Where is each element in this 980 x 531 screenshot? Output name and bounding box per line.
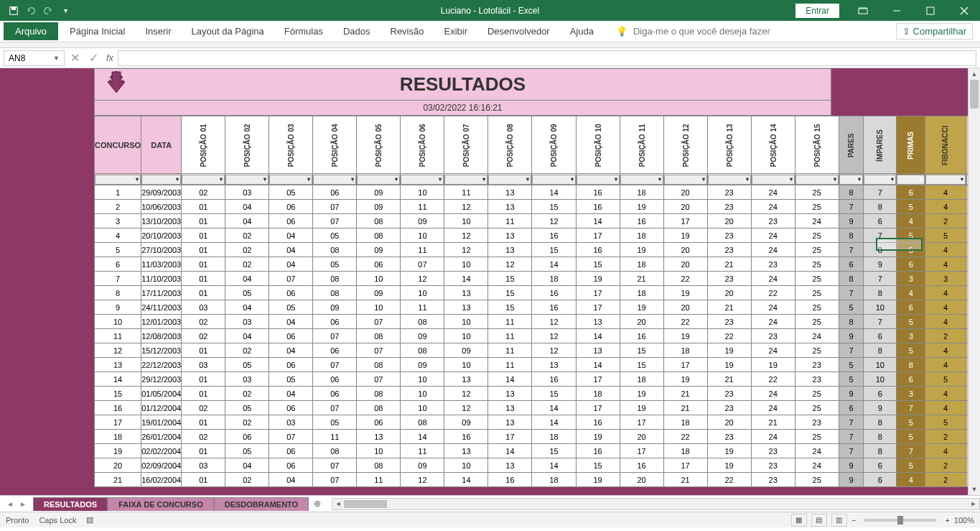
cell-pos[interactable]: 20 bbox=[620, 473, 663, 487]
cell-pos[interactable]: 23 bbox=[795, 415, 839, 430]
cell-pos[interactable]: 09 bbox=[401, 358, 444, 372]
cell-stat[interactable]: 8 bbox=[839, 315, 864, 329]
cell-pos[interactable]: 13 bbox=[444, 300, 488, 315]
cell-concurso[interactable]: 12 bbox=[95, 343, 141, 358]
cell-concurso[interactable]: 10 bbox=[95, 315, 141, 329]
cell-pos[interactable]: 20 bbox=[707, 286, 751, 300]
cell-stat[interactable]: 6 bbox=[897, 300, 925, 315]
scroll-down-icon[interactable]: ▼ bbox=[969, 484, 980, 495]
cell-pos[interactable]: 08 bbox=[357, 458, 401, 473]
cell-pos[interactable]: 14 bbox=[532, 257, 576, 272]
cell-pos[interactable]: 19 bbox=[576, 430, 620, 444]
cell-stat[interactable]: 2 bbox=[925, 329, 966, 343]
filter-button[interactable]: ▾ bbox=[488, 175, 531, 185]
cell-pos[interactable]: 15 bbox=[576, 257, 620, 272]
cell-pos[interactable]: 01 bbox=[182, 444, 225, 458]
cell-pos[interactable]: 25 bbox=[795, 473, 839, 487]
cell-pos[interactable]: 11 bbox=[488, 358, 532, 372]
filter-button[interactable]: ▾ bbox=[532, 175, 575, 185]
scroll-left-icon[interactable]: ◄ bbox=[332, 499, 344, 509]
cell-pos[interactable]: 20 bbox=[620, 315, 663, 329]
cell-pos[interactable]: 05 bbox=[269, 372, 313, 387]
cell-pos[interactable]: 19 bbox=[707, 343, 751, 358]
cell-pos[interactable]: 01 bbox=[182, 343, 225, 358]
tab-revisao[interactable]: Revisão bbox=[382, 22, 433, 40]
cell-pos[interactable]: 13 bbox=[488, 415, 532, 430]
cell-stat[interactable]: 10 bbox=[864, 372, 897, 387]
cell-pos[interactable]: 03 bbox=[182, 358, 225, 372]
cell-pos[interactable]: 13 bbox=[576, 343, 620, 358]
cell-pos[interactable]: 10 bbox=[401, 387, 444, 401]
cell-pos[interactable]: 02 bbox=[225, 228, 269, 243]
cell-stat[interactable]: 7 bbox=[864, 315, 897, 329]
minimize-icon[interactable] bbox=[880, 0, 913, 21]
cell-data[interactable]: 16/02/2004 bbox=[141, 473, 182, 487]
cell-pos[interactable]: 09 bbox=[357, 286, 401, 300]
cell-pos[interactable]: 19 bbox=[620, 243, 663, 257]
cell-concurso[interactable]: 15 bbox=[95, 387, 141, 401]
cell-pos[interactable]: 25 bbox=[795, 185, 839, 200]
cell-pos[interactable]: 10 bbox=[401, 286, 444, 300]
cell-pos[interactable]: 23 bbox=[707, 228, 751, 243]
cell-pos[interactable]: 23 bbox=[751, 257, 795, 272]
filter-button[interactable]: ▾ bbox=[577, 175, 620, 185]
cell-pos[interactable]: 04 bbox=[225, 300, 269, 315]
cell-pos[interactable]: 08 bbox=[357, 358, 401, 372]
cell-pos[interactable]: 25 bbox=[795, 257, 839, 272]
cell-pos[interactable]: 24 bbox=[751, 200, 795, 214]
cell-concurso[interactable]: 18 bbox=[95, 430, 141, 444]
cell-pos[interactable]: 11 bbox=[401, 243, 444, 257]
cell-pos[interactable]: 20 bbox=[707, 214, 751, 228]
cell-stat[interactable]: 5 bbox=[897, 343, 925, 358]
cell-pos[interactable]: 23 bbox=[707, 315, 751, 329]
cell-stat[interactable]: 10 bbox=[864, 358, 897, 372]
cell-pos[interactable]: 10 bbox=[444, 315, 488, 329]
cell-pos[interactable]: 18 bbox=[620, 228, 663, 243]
tab-nav-prev-icon[interactable]: ◄ bbox=[4, 498, 16, 509]
cell-concurso[interactable]: 5 bbox=[95, 243, 141, 257]
cell-pos[interactable]: 18 bbox=[620, 185, 663, 200]
cell-pos[interactable]: 01 bbox=[182, 257, 225, 272]
cell-data[interactable]: 01/12/2004 bbox=[141, 401, 182, 415]
cell-pos[interactable]: 11 bbox=[401, 300, 444, 315]
cell-pos[interactable]: 08 bbox=[313, 444, 357, 458]
cell-pos[interactable]: 05 bbox=[313, 228, 357, 243]
cell-stat[interactable]: 8 bbox=[839, 228, 864, 243]
cell-stat[interactable]: 8 bbox=[897, 358, 925, 372]
cell-pos[interactable]: 03 bbox=[182, 458, 225, 473]
cell-data[interactable]: 29/09/2003 bbox=[141, 185, 182, 200]
cell-stat[interactable]: 3 bbox=[897, 387, 925, 401]
filter-button[interactable]: ▾ bbox=[269, 175, 312, 185]
cell-pos[interactable]: 10 bbox=[444, 257, 488, 272]
cell-pos[interactable]: 01 bbox=[182, 473, 225, 487]
cell-pos[interactable]: 02 bbox=[225, 387, 269, 401]
cell-pos[interactable]: 04 bbox=[269, 243, 313, 257]
cell-stat[interactable]: 6 bbox=[864, 387, 897, 401]
cell-stat[interactable]: 7 bbox=[839, 430, 864, 444]
cell-pos[interactable]: 16 bbox=[620, 458, 663, 473]
name-box[interactable]: AN8 ▼ bbox=[4, 50, 65, 66]
cell-pos[interactable]: 17 bbox=[488, 430, 532, 444]
cell-pos[interactable]: 16 bbox=[532, 372, 576, 387]
tab-exibir[interactable]: Exibir bbox=[435, 22, 476, 40]
cell-stat[interactable]: 4 bbox=[925, 286, 966, 300]
cell-pos[interactable]: 17 bbox=[576, 300, 620, 315]
cell-pos[interactable]: 10 bbox=[444, 458, 488, 473]
cell-pos[interactable]: 01 bbox=[182, 286, 225, 300]
cell-stat[interactable]: 7 bbox=[839, 415, 864, 430]
cell-pos[interactable]: 15 bbox=[488, 286, 532, 300]
cell-pos[interactable]: 25 bbox=[795, 430, 839, 444]
cell-pos[interactable]: 07 bbox=[313, 358, 357, 372]
sheet-tab-faixa[interactable]: FAIXA DE CONCURSO bbox=[108, 497, 214, 511]
cell-pos[interactable]: 24 bbox=[751, 315, 795, 329]
cell-pos[interactable]: 06 bbox=[269, 286, 313, 300]
cell-pos[interactable]: 11 bbox=[488, 315, 532, 329]
cell-stat[interactable]: 6 bbox=[839, 257, 864, 272]
cell-pos[interactable]: 02 bbox=[225, 257, 269, 272]
cell-pos[interactable]: 04 bbox=[225, 272, 269, 286]
cell-pos[interactable]: 03 bbox=[225, 315, 269, 329]
view-page-break-icon[interactable]: ▥ bbox=[831, 514, 847, 527]
cell-stat[interactable]: 8 bbox=[864, 200, 897, 214]
cell-pos[interactable]: 24 bbox=[751, 185, 795, 200]
cell-concurso[interactable]: 4 bbox=[95, 228, 141, 243]
